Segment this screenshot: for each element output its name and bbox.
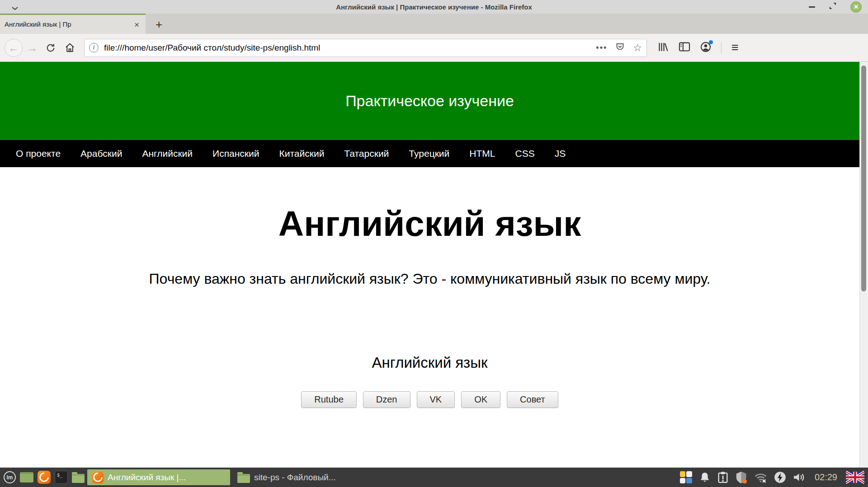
- nav-link-arabic[interactable]: Арабский: [80, 148, 122, 159]
- forward-button[interactable]: →: [24, 42, 40, 54]
- clock[interactable]: 02:29: [815, 472, 837, 482]
- keyboard-layout-flag-icon[interactable]: [846, 471, 864, 484]
- vertical-scrollbar[interactable]: [859, 62, 868, 468]
- files-launcher-icon[interactable]: [72, 474, 85, 483]
- minimize-button[interactable]: [809, 6, 815, 8]
- home-button[interactable]: [61, 42, 78, 53]
- ok-button[interactable]: OK: [461, 391, 500, 408]
- desktop-screen: Английский язык | Практическое изучение …: [0, 0, 868, 487]
- account-icon[interactable]: [700, 42, 711, 54]
- page-info-icon[interactable]: i: [89, 43, 99, 52]
- back-button[interactable]: ←: [5, 39, 23, 57]
- site-title: Практическое изучение: [345, 92, 514, 110]
- toolbar-separator: [721, 42, 722, 54]
- window-title: Английский язык | Практическое изучение …: [0, 3, 868, 11]
- power-icon[interactable]: [774, 471, 786, 483]
- advice-button[interactable]: Совет: [507, 391, 558, 408]
- maximize-button[interactable]: [830, 3, 836, 11]
- firefox-glyph: [91, 471, 104, 484]
- browser-tabbar: Английский язык | Пр × +: [0, 14, 868, 34]
- workspace-grid-icon[interactable]: [680, 471, 692, 483]
- nav-link-about[interactable]: О проекте: [16, 148, 61, 159]
- vk-button[interactable]: VK: [417, 391, 455, 408]
- nav-link-spanish[interactable]: Испанский: [212, 148, 259, 159]
- scrollbar-thumb[interactable]: [861, 66, 866, 291]
- window-menu-chevron-icon[interactable]: [12, 4, 18, 12]
- browser-toolbar: ← → i file:///home/user/Рабочий стол/stu…: [0, 34, 868, 62]
- volume-icon[interactable]: [793, 472, 806, 483]
- sidebar-icon[interactable]: [679, 42, 690, 53]
- task-label: Английский язык |...: [108, 473, 186, 482]
- firefox-icon: [92, 472, 104, 483]
- link-buttons-row: Rutube Dzen VK OK Совет: [0, 391, 859, 408]
- nav-link-js[interactable]: JS: [555, 148, 566, 159]
- close-button[interactable]: ✕: [850, 1, 862, 13]
- task-label: site-ps - Файловый...: [254, 473, 336, 482]
- tab-close-icon[interactable]: ×: [132, 20, 141, 29]
- section-subheading: Английский язык: [0, 354, 859, 371]
- site-nav: О проекте Арабский Английский Испанский …: [0, 140, 859, 167]
- window-controls: ✕: [809, 0, 862, 14]
- rutube-button[interactable]: Rutube: [301, 391, 357, 408]
- url-text[interactable]: file:///home/user/Рабочий стол/study/sit…: [104, 43, 591, 53]
- notifications-bell-icon[interactable]: [699, 472, 711, 483]
- pocket-icon[interactable]: [615, 42, 625, 53]
- firewall-shield-icon[interactable]: [735, 471, 747, 484]
- folder-icon: [237, 474, 250, 483]
- menu-hamburger-icon[interactable]: ≡: [731, 41, 739, 55]
- new-tab-button[interactable]: +: [156, 19, 162, 30]
- taskbar: lm $_ Английский язык |... site-ps - Фай…: [0, 468, 868, 487]
- site-header-banner: Практическое изучение: [0, 62, 859, 140]
- task-file-manager-window[interactable]: site-ps - Файловый...: [233, 469, 376, 485]
- update-manager-icon[interactable]: [717, 471, 728, 483]
- intro-paragraph: Почему важно знать английский язык? Это …: [18, 271, 841, 287]
- page-actions-icon[interactable]: •••: [596, 43, 607, 52]
- dzen-button[interactable]: Dzen: [363, 391, 410, 408]
- grid-cell: [680, 471, 686, 477]
- mint-menu-icon[interactable]: lm: [4, 471, 16, 483]
- library-icon[interactable]: [658, 42, 669, 54]
- toolbar-right: ≡: [658, 41, 747, 55]
- nav-link-turkish[interactable]: Турецкий: [409, 148, 449, 159]
- firefox-launcher-icon[interactable]: [38, 471, 51, 484]
- nav-link-css[interactable]: CSS: [515, 148, 534, 159]
- window-titlebar: Английский язык | Практическое изучение …: [0, 0, 868, 14]
- taskbar-launchers: lm $_: [4, 471, 85, 484]
- page-title: Английский язык: [0, 203, 859, 244]
- urlbar-actions: ••• ☆: [596, 42, 642, 54]
- nav-link-tatar[interactable]: Татарский: [344, 148, 389, 159]
- bookmark-star-icon[interactable]: ☆: [633, 42, 642, 54]
- page-content: Практическое изучение О проекте Арабский…: [0, 62, 859, 468]
- nav-link-html[interactable]: HTML: [469, 148, 495, 159]
- system-tray: 02:29: [680, 471, 864, 484]
- nav-link-chinese[interactable]: Китайский: [279, 148, 324, 159]
- account-notification-dot: [709, 40, 713, 44]
- grid-cell: [680, 478, 686, 484]
- wifi-disconnected-icon[interactable]: [754, 472, 767, 483]
- show-desktop-icon[interactable]: [20, 472, 33, 482]
- grid-cell: [686, 478, 692, 484]
- task-firefox-window[interactable]: Английский язык |...: [87, 469, 230, 485]
- grid-cell: [686, 471, 692, 477]
- reload-button[interactable]: [42, 43, 59, 53]
- tab-english-page[interactable]: Английский язык | Пр ×: [0, 14, 146, 34]
- url-bar[interactable]: i file:///home/user/Рабочий стол/study/s…: [84, 39, 647, 57]
- nav-link-english[interactable]: Английский: [142, 148, 193, 159]
- firefox-glyph: [38, 471, 51, 484]
- terminal-launcher-icon[interactable]: $_: [55, 471, 68, 484]
- tab-title: Английский язык | Пр: [5, 20, 132, 29]
